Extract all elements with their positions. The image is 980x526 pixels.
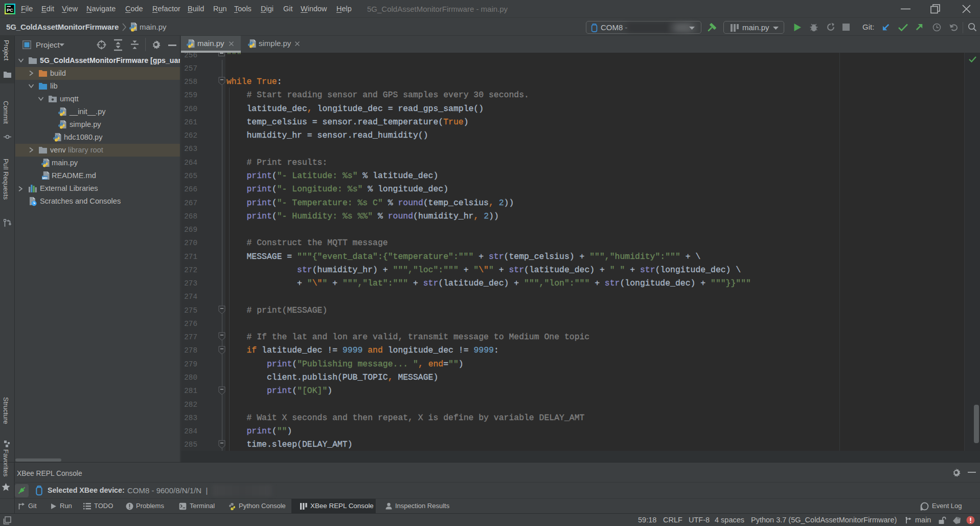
- svg-text:PC: PC: [7, 8, 13, 13]
- svg-text:MD: MD: [42, 176, 48, 180]
